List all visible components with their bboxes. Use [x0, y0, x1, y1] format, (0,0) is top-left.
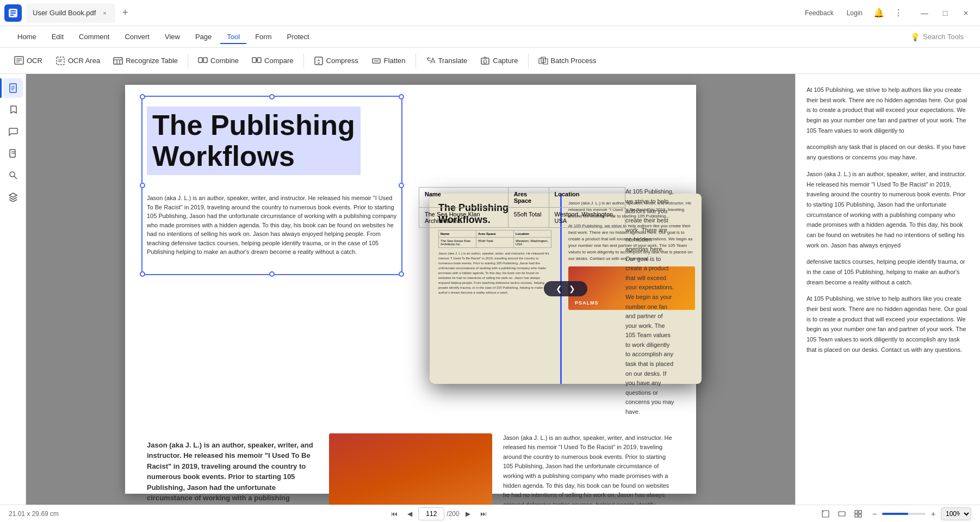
dimensions-label: 21.01 x 29.69 cm — [9, 510, 59, 518]
statusbar: 21.01 x 29.69 cm ⏮ ◀ /200 ▶ ⏭ − + 100% 7… — [0, 505, 980, 522]
minimize-button[interactable]: — — [915, 3, 934, 23]
sep-1 — [188, 53, 188, 69]
handle-ml[interactable] — [140, 183, 145, 188]
capture-label: Capture — [493, 57, 518, 65]
translate-label: Translate — [438, 57, 468, 65]
toolbar-compress[interactable]: Compress — [308, 53, 364, 69]
preview-next-button[interactable]: ❯ — [569, 284, 575, 293]
zoom-slider[interactable] — [882, 513, 926, 515]
fit-width-button[interactable] — [835, 507, 848, 520]
toolbar-compare[interactable]: Compare — [246, 53, 299, 69]
tab-title: User Guild Book.pdf — [33, 9, 96, 17]
sep-4 — [528, 53, 529, 69]
menu-comment[interactable]: Comment — [72, 29, 116, 44]
menu-page[interactable]: Page — [189, 29, 218, 44]
menu-edit[interactable]: Edit — [45, 29, 70, 44]
svg-rect-18 — [252, 58, 256, 63]
pdf-body-2: Jason (aka J. L.) is an author, speaker,… — [147, 440, 318, 505]
svg-rect-16 — [203, 58, 207, 63]
next-page-button[interactable]: ▶ — [462, 507, 475, 520]
sidebar-layers-button[interactable] — [3, 187, 23, 207]
more-options-icon[interactable]: ⋮ — [891, 5, 906, 21]
menu-protect[interactable]: Protect — [281, 29, 316, 44]
active-tab[interactable]: User Guild Book.pdf × — [26, 3, 115, 23]
pdf-page: The Publishing Workflows Jason (aka J. L… — [125, 85, 696, 494]
new-tab-button[interactable]: + — [117, 5, 133, 21]
handle-bl[interactable] — [140, 271, 145, 277]
zoom-select[interactable]: 100% 75% 125% 150% — [941, 507, 971, 520]
zoom-control: − + 100% 75% 125% 150% — [869, 507, 971, 520]
first-page-button[interactable]: ⏮ — [388, 507, 401, 520]
flatten-label: Flatten — [384, 57, 406, 65]
feedback-button[interactable]: Feedback — [801, 7, 838, 19]
pdf-area[interactable]: The Publishing Workflows Jason (aka J. L… — [26, 74, 795, 505]
toolbar-batch-process[interactable]: Batch Process — [533, 53, 602, 69]
menu-view[interactable]: View — [158, 29, 187, 44]
toolbar-capture[interactable]: Capture — [475, 53, 523, 69]
compare-icon — [252, 56, 262, 66]
pdf-right-text: At 105 Publishing, we strive to help aut… — [625, 187, 674, 417]
total-pages-label: /200 — [446, 510, 459, 518]
left-sidebar — [0, 74, 26, 505]
toolbar-translate[interactable]: Translate — [420, 53, 473, 69]
pdf-body-1: Jason (aka J. L.) is an author, speaker,… — [147, 194, 397, 257]
menubar: Home Edit Comment Convert View Page Tool… — [0, 26, 980, 48]
fit-page-button[interactable] — [819, 507, 832, 520]
recognize-table-icon — [113, 56, 123, 66]
sidebar-search-button[interactable] — [3, 165, 23, 185]
batch-process-label: Batch Process — [551, 57, 597, 65]
zoom-out-button[interactable]: − — [869, 508, 880, 519]
prev-page-button[interactable]: ◀ — [403, 507, 416, 520]
combine-label: Combine — [210, 57, 239, 65]
toolbar-ocr-area[interactable]: OCR Area — [50, 53, 106, 69]
right-text-p1: At 105 Publishing, we strive to help aut… — [807, 85, 969, 135]
toolbar-flatten[interactable]: Flatten — [366, 53, 411, 69]
toolbar: OCR OCR Area Recognize Table Combine Com… — [0, 48, 980, 74]
table-cell-name: The Sea House Klan Architects Inc — [419, 208, 508, 228]
handle-tl[interactable] — [140, 94, 145, 100]
sidebar-comments-button[interactable] — [3, 122, 23, 141]
table-cell-space: 55oft Total — [508, 208, 549, 228]
svg-rect-2 — [10, 13, 16, 14]
maximize-button[interactable]: □ — [935, 3, 955, 23]
page-number-input[interactable] — [418, 507, 444, 520]
toolbar-ocr[interactable]: OCR — [9, 53, 48, 69]
menu-convert[interactable]: Convert — [118, 29, 156, 44]
sep-2 — [303, 53, 304, 69]
toolbar-recognize-table[interactable]: Recognize Table — [108, 53, 183, 69]
menu-form[interactable]: Form — [249, 29, 278, 44]
notification-icon[interactable]: 🔔 — [871, 5, 886, 21]
toolbar-combine[interactable]: Combine — [193, 53, 244, 69]
preview-prev-button[interactable]: ❮ — [556, 284, 562, 293]
last-page-button[interactable]: ⏭ — [477, 507, 490, 520]
table-header-location: Location — [549, 188, 625, 208]
right-text-p5: At 105 Publishing, we strive to help aut… — [807, 294, 969, 355]
titlebar: User Guild Book.pdf × + Feedback Login 🔔… — [0, 0, 980, 26]
right-panel: At 105 Publishing, we strive to help aut… — [795, 74, 980, 505]
close-button[interactable]: × — [956, 3, 976, 23]
handle-tr[interactable] — [399, 94, 404, 100]
sidebar-pages-button[interactable] — [3, 78, 23, 98]
zoom-in-button[interactable]: + — [928, 508, 939, 519]
sidebar-attachment-button[interactable] — [3, 144, 23, 163]
main-layout: The Publishing Workflows Jason (aka J. L… — [0, 74, 980, 505]
search-tools[interactable]: 💡 Search Tools — [905, 30, 969, 44]
compress-icon — [314, 56, 324, 66]
tab-close-button[interactable]: × — [100, 9, 109, 17]
menu-home[interactable]: Home — [11, 29, 43, 44]
ocr-label: OCR — [27, 57, 42, 65]
svg-rect-8 — [57, 57, 64, 65]
login-button[interactable]: Login — [842, 7, 867, 19]
grid-view-button[interactable] — [852, 507, 865, 520]
svg-rect-3 — [10, 15, 14, 16]
table-cell-location: Westport, Washington, USA — [549, 208, 625, 228]
sidebar-bookmarks-button[interactable] — [3, 100, 23, 120]
compress-label: Compress — [326, 57, 358, 65]
pdf-table: Name Ares Space Location The Sea House K… — [419, 187, 625, 228]
table-header-name: Name — [419, 188, 508, 208]
tab-area: User Guild Book.pdf × + — [26, 3, 413, 23]
handle-tc[interactable] — [269, 94, 275, 100]
recognize-table-label: Recognize Table — [126, 57, 178, 65]
left-sidebar-wrapper — [0, 74, 26, 505]
menu-tool[interactable]: Tool — [220, 29, 246, 44]
